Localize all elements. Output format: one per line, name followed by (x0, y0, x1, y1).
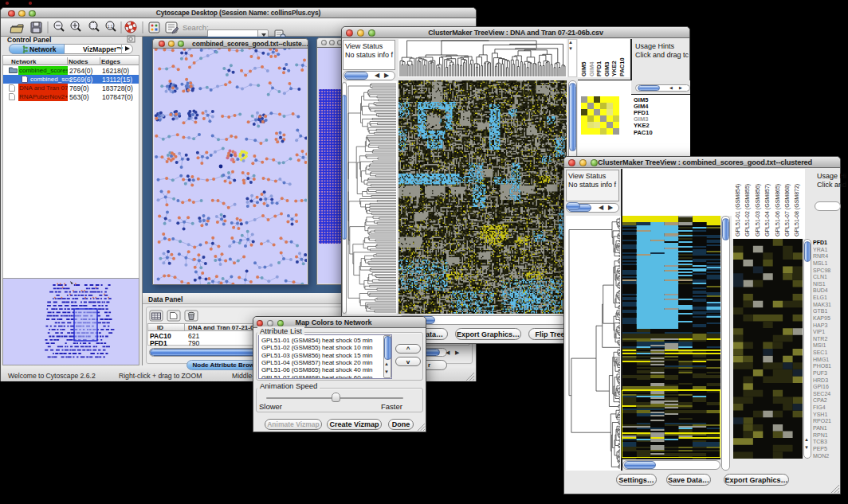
svg-text:1:1: 1:1 (108, 24, 113, 29)
svg-text:Search:: Search: (183, 23, 209, 32)
